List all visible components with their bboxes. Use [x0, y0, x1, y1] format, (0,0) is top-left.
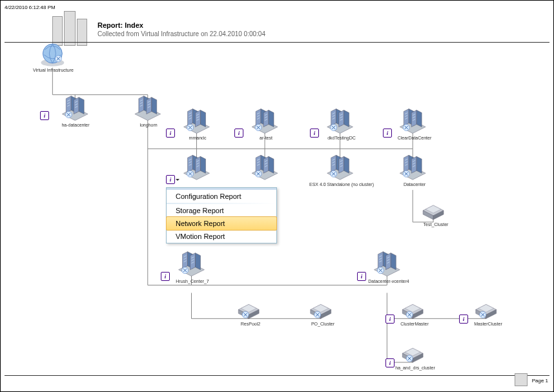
node-mastercluster: MasterCluster	[468, 322, 508, 326]
menu-item-storage[interactable]: Storage Report	[167, 204, 276, 217]
node-hrush: Hrush_Center_7	[171, 279, 214, 284]
info-icon[interactable]: i	[234, 129, 243, 138]
node-clear: ClearDataCenter	[392, 136, 437, 140]
node-dc: Datacenter	[397, 182, 432, 187]
menu-item-configuration[interactable]: Configuration Report	[167, 190, 276, 203]
node-respool: ResPool2	[234, 322, 267, 326]
info-icon[interactable]: i	[459, 315, 468, 324]
info-icon[interactable]: i	[385, 358, 395, 367]
node-longhorn: longhorn	[131, 123, 166, 127]
node-hadrs: ha_and_drs_cluster	[391, 366, 440, 370]
info-icon[interactable]: i	[357, 272, 366, 281]
node-pocluster: PO_Cluster	[305, 322, 340, 326]
topology-canvas: Virtual Infrastructure ha-datacenter lon…	[1, 42, 553, 375]
timestamp: 4/22/2010 6:12:48 PM	[5, 5, 56, 10]
menu-item-network[interactable]: Network Report	[166, 216, 277, 231]
report-subtitle: Collected from Virtual Infrastructure on…	[97, 30, 265, 37]
node-root: Virtual Infrastructure	[33, 68, 72, 72]
footer-decoration	[515, 373, 528, 386]
svg-point-50	[43, 44, 62, 63]
info-icon[interactable]: i	[385, 315, 395, 324]
node-clustermaster: ClusterMaster	[395, 322, 435, 326]
report-menu: Configuration Report Storage Report Netw…	[166, 187, 277, 243]
node-artest: ar-test	[250, 136, 282, 140]
header-decoration	[52, 11, 88, 46]
menu-item-vmotion[interactable]: VMotion Report	[167, 230, 276, 243]
node-mmandc: mmandc	[181, 136, 214, 140]
node-esx: ESX 4.0 Standalone (no cluster)	[298, 182, 385, 187]
node-dkd: dkdTestingDC	[323, 136, 360, 140]
node-testcluster: Test_Cluster	[416, 222, 455, 227]
node-dcv4: Datacenter-vcenter4	[358, 279, 419, 284]
info-icon[interactable]: i	[383, 129, 392, 138]
divider-bottom	[5, 375, 549, 376]
info-dropdown[interactable]: i	[166, 175, 175, 184]
node-ha: ha-datacenter	[57, 123, 94, 127]
info-icon[interactable]: i	[161, 272, 170, 281]
page-number: Page 1	[532, 378, 548, 384]
info-icon[interactable]: i	[310, 129, 319, 138]
info-icon[interactable]: i	[40, 111, 49, 120]
info-icon[interactable]: i	[166, 129, 175, 138]
svg-point-49	[41, 59, 64, 67]
report-title: Report: Index	[97, 21, 143, 29]
